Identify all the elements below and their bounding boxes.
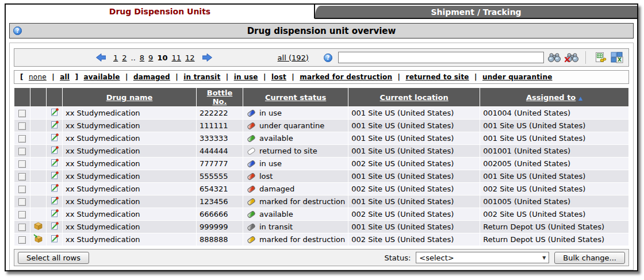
edit-icon[interactable] [50,160,59,169]
edit-icon[interactable] [50,122,59,131]
search-binoculars-icon[interactable] [547,52,561,63]
header-checkbox-col [14,88,30,106]
assigned-to-cell: 001005 (United States) [480,195,628,208]
status-pill-icon [247,185,256,193]
edit-cell [47,233,62,246]
edit-icon[interactable] [50,236,59,245]
filter-link-in-transit[interactable]: in transit [183,73,220,81]
help-icon[interactable]: ? [13,26,22,35]
app-window: Drug Dispension Units Shipment / Trackin… [5,3,638,271]
prev-page-icon[interactable] [96,53,106,62]
edit-icon[interactable] [50,148,59,156]
header-current-status[interactable]: Current status [243,88,348,106]
status-label: Status: [385,254,411,262]
row-checkbox[interactable] [18,236,26,244]
current-location-cell: 001 Site US (United States) [348,221,480,233]
row-checkbox[interactable] [18,186,26,193]
filter-link-none[interactable]: none [29,73,47,81]
filter-link-available[interactable]: available [84,73,120,81]
drug-name-cell: xx Studymedication [63,145,196,157]
page-link[interactable]: 8 [140,53,144,62]
filter-link-in-use[interactable]: in use [234,73,258,81]
page-title: Drug dispension unit overview [10,26,633,36]
assigned-to-cell: 001 Site US (United States) [480,132,628,144]
filter-link-under-quarantine[interactable]: under quarantine [482,73,552,81]
row-checkbox[interactable] [18,211,26,218]
search-help-icon[interactable]: ? [324,53,332,62]
clear-search-icon[interactable] [565,52,578,63]
table-row: xx Studymedication555555lost001 Site US … [14,170,628,182]
status-label: available [259,210,293,218]
edit-icon[interactable] [50,198,59,207]
filter-link-all[interactable]: all [60,73,70,81]
edit-icon[interactable] [50,110,59,118]
bottle-no-cell: 333333 [197,132,243,144]
current-status-cell: in use [243,158,348,170]
assigned-to-cell: 001004 (United States) [480,107,628,119]
filter-link-marked-for-destruction[interactable]: marked for destruction [300,73,392,81]
show-all-link[interactable]: all (192) [278,53,309,62]
edit-icon[interactable] [50,211,59,220]
filter-link-returned-to-site[interactable]: returned to site [406,73,469,81]
row-checkbox[interactable] [18,198,26,206]
table-header-row: Drug name Bottle No. Current status Curr… [14,88,628,106]
filter-link-damaged[interactable]: damaged [133,73,170,81]
row-checkbox[interactable] [18,160,26,168]
drug-name-cell: xx Studymedication [63,233,196,246]
status-pill-icon [247,147,256,155]
edit-icon[interactable] [50,224,59,232]
chevron-down-icon: ▼ [542,255,546,260]
bulk-change-group: Status: <select> ▼ Bulk change... [385,252,625,264]
search-input[interactable] [338,52,544,63]
filter-link-lost[interactable]: lost [271,73,286,81]
page-link[interactable]: 2 [122,53,126,62]
current-location-cell: 002 Site US (United States) [348,183,480,195]
dispension-units-table: Drug name Bottle No. Current status Curr… [14,87,629,246]
status-label: damaged [259,185,294,193]
tab-shipment-tracking[interactable]: Shipment / Tracking [315,6,637,19]
table-row: xx Studymedication666666available002 Sit… [14,208,628,220]
page-link[interactable]: 11 [171,53,181,62]
export-excel-grid-icon[interactable]: X [610,52,624,63]
page-link[interactable]: 12 [185,53,195,62]
bulk-change-button[interactable]: Bulk change... [554,252,625,264]
header-drug-name[interactable]: Drug name [63,88,196,106]
current-status-cell: available [243,132,348,144]
edit-cell [47,195,62,208]
row-checkbox[interactable] [18,224,26,231]
edit-icon[interactable] [50,173,59,182]
package-box-icon [33,224,43,232]
row-checkbox[interactable] [18,173,26,181]
title-bar: ? Drug dispension unit overview [9,23,634,39]
header-assigned-to[interactable]: Assigned to▲ [480,88,628,106]
table-row: xx Studymedication222222in use001 Site U… [14,107,628,119]
current-status-cell: available [243,208,348,220]
row-checkbox[interactable] [18,122,26,130]
status-pill-icon [247,172,256,181]
status-label: returned to site [259,147,317,155]
edit-cell [47,132,62,144]
edit-cell [47,145,62,157]
drug-name-cell: xx Studymedication [63,170,196,182]
edit-icon[interactable] [50,135,59,144]
row-checkbox[interactable] [18,148,26,155]
next-page-icon[interactable] [202,53,212,62]
assigned-to-cell: 001001 (United States) [480,145,628,157]
tab-drug-dispension-units[interactable]: Drug Dispension Units [6,5,315,19]
page-link[interactable]: 9 [148,53,153,62]
row-checkbox[interactable] [18,135,26,143]
select-all-rows-button[interactable]: Select all rows [18,252,89,264]
export-excel-icon[interactable] [594,52,607,63]
status-select[interactable]: <select> ▼ [416,252,549,263]
row-checkbox[interactable] [18,110,26,117]
page-link[interactable]: 1 [113,53,118,62]
assigned-to-cell: 001 Site US (United States) [480,170,628,182]
edit-icon[interactable] [50,186,59,194]
table-row: xx Studymedication111111under quarantine… [14,120,628,132]
status-label: marked for destruction [259,197,345,206]
row-checkbox-cell [14,233,30,246]
header-bottle-no[interactable]: Bottle No. [197,88,243,106]
header-current-location[interactable]: Current location [348,88,480,106]
drug-name-cell: xx Studymedication [63,183,196,195]
package-cell [30,120,46,132]
